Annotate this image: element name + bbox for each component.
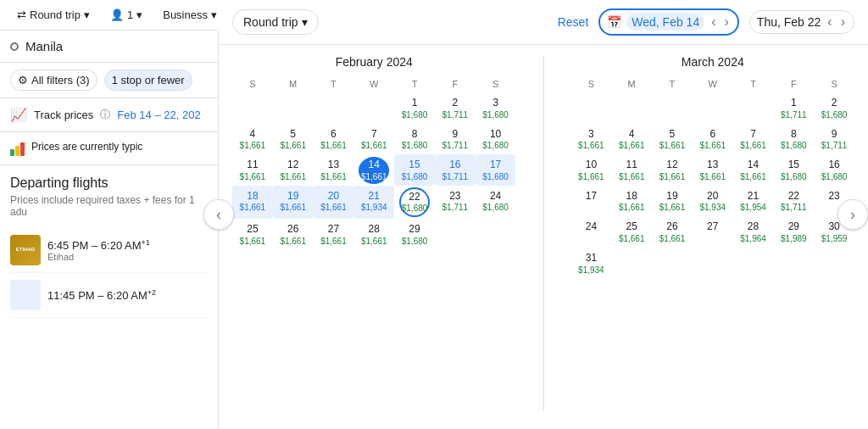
day-cell[interactable]: 17$1,680 bbox=[476, 154, 516, 186]
day-cell[interactable]: 14$1,661 bbox=[353, 154, 394, 186]
flight-time-1: 11:45 PM – 6:20 AM+2 bbox=[47, 288, 208, 302]
day-cell[interactable]: 3$1,661 bbox=[571, 124, 612, 155]
day-cell[interactable]: 23$1,711 bbox=[435, 186, 476, 220]
day-cell[interactable]: 12$1,661 bbox=[273, 154, 314, 186]
day-cell[interactable]: 2$1,680 bbox=[814, 92, 854, 124]
day-header: M bbox=[273, 75, 314, 92]
day-cell[interactable]: 31$1,934 bbox=[571, 248, 612, 279]
day-cell[interactable]: 5$1,661 bbox=[273, 124, 314, 155]
day-cell[interactable]: 16$1,711 bbox=[435, 154, 476, 186]
flight-info-1: 11:45 PM – 6:20 AM+2 bbox=[47, 288, 208, 302]
day-cell[interactable]: 29$1,680 bbox=[394, 219, 435, 250]
day-cell[interactable]: 9$1,711 bbox=[435, 124, 476, 155]
day-cell bbox=[652, 92, 693, 124]
end-date-next[interactable]: › bbox=[839, 14, 847, 30]
reset-button[interactable]: Reset bbox=[558, 15, 589, 29]
day-cell[interactable]: 1$1,711 bbox=[773, 92, 814, 124]
origin-icon bbox=[10, 42, 19, 51]
day-cell[interactable]: 18$1,661 bbox=[611, 186, 652, 217]
march-calendar: March 2024 SMTWTFS1$1,7112$1,6803$1,6614… bbox=[571, 45, 855, 422]
day-cell[interactable]: 27$1,661 bbox=[314, 219, 354, 250]
start-date-prev[interactable]: ‹ bbox=[709, 14, 717, 30]
day-cell bbox=[353, 92, 394, 124]
day-cell[interactable]: 5$1,661 bbox=[652, 124, 693, 155]
day-cell bbox=[693, 248, 733, 279]
day-cell[interactable]: 8$1,680 bbox=[773, 124, 814, 155]
calendar-header: Round trip ▾ Reset 📅 Wed, Feb 14 ‹ › Thu… bbox=[219, 0, 868, 45]
day-cell[interactable]: 8$1,680 bbox=[394, 124, 435, 155]
day-cell[interactable]: 24$1,680 bbox=[476, 186, 516, 220]
day-cell[interactable]: 11$1,661 bbox=[611, 154, 652, 186]
calendar-roundtrip-dropdown[interactable]: Round trip ▾ bbox=[232, 9, 319, 35]
day-cell[interactable]: 27 bbox=[693, 216, 733, 248]
day-cell[interactable]: 14$1,661 bbox=[733, 154, 774, 186]
passengers-label: 1 bbox=[127, 8, 133, 21]
day-cell[interactable]: 17 bbox=[571, 186, 612, 217]
day-cell[interactable]: 18$1,661 bbox=[232, 186, 273, 220]
start-date-next[interactable]: › bbox=[723, 14, 731, 30]
start-date-nav: 📅 Wed, Feb 14 ‹ › bbox=[598, 8, 739, 36]
passengers-dropdown[interactable]: 👤 1 ▾ bbox=[103, 5, 149, 25]
day-cell[interactable]: 11$1,661 bbox=[232, 154, 273, 186]
day-cell[interactable]: 10$1,661 bbox=[571, 154, 612, 186]
day-header: T bbox=[394, 75, 435, 92]
day-cell bbox=[571, 92, 612, 124]
day-cell[interactable]: 19$1,661 bbox=[273, 186, 314, 220]
day-header: M bbox=[611, 75, 652, 92]
day-cell[interactable]: 20$1,661 bbox=[314, 186, 354, 220]
day-cell[interactable]: 10$1,680 bbox=[476, 124, 516, 155]
class-dropdown[interactable]: Business ▾ bbox=[156, 5, 224, 25]
day-cell[interactable]: 15$1,680 bbox=[394, 154, 435, 186]
day-cell[interactable]: 9$1,711 bbox=[814, 124, 854, 155]
calendar-next-button[interactable]: › bbox=[837, 199, 868, 230]
day-cell[interactable]: 16$1,680 bbox=[814, 154, 854, 186]
day-cell bbox=[273, 92, 314, 124]
end-date-prev[interactable]: ‹ bbox=[826, 14, 833, 30]
day-cell[interactable]: 26$1,661 bbox=[652, 216, 693, 248]
day-cell[interactable]: 19$1,661 bbox=[652, 186, 693, 217]
day-cell[interactable]: 4$1,661 bbox=[611, 124, 652, 155]
day-cell[interactable]: 12$1,661 bbox=[652, 154, 693, 186]
roundtrip-dropdown[interactable]: ⇄ Round trip ▾ bbox=[10, 5, 97, 25]
class-label: Business bbox=[163, 8, 208, 21]
day-cell[interactable]: 4$1,661 bbox=[232, 124, 273, 155]
day-cell[interactable]: 21$1,934 bbox=[353, 186, 394, 220]
day-cell[interactable]: 29$1,989 bbox=[773, 216, 814, 248]
day-cell[interactable]: 21$1,954 bbox=[733, 186, 774, 217]
track-prices-row: 📈 Track prices ⓘ Feb 14 – 22, 202 bbox=[0, 98, 218, 132]
february-grid: SMTWTFS1$1,6802$1,7113$1,6804$1,6615$1,6… bbox=[232, 75, 516, 250]
day-cell[interactable]: 28$1,964 bbox=[733, 216, 774, 248]
day-cell[interactable]: 13$1,661 bbox=[693, 154, 733, 186]
calendar-prev-button[interactable]: ‹ bbox=[203, 199, 234, 230]
info-icon: ⓘ bbox=[100, 108, 110, 122]
flight-item-0[interactable]: ETIHAD 6:45 PM – 6:20 AM+1 Etihad bbox=[10, 228, 208, 273]
day-cell bbox=[611, 92, 652, 124]
day-cell[interactable]: 24 bbox=[571, 216, 612, 248]
day-cell[interactable]: 20$1,934 bbox=[693, 186, 733, 217]
day-cell[interactable]: 15$1,680 bbox=[773, 154, 814, 186]
day-cell[interactable]: 26$1,661 bbox=[273, 219, 314, 250]
day-header: S bbox=[232, 75, 273, 92]
day-cell[interactable]: 13$1,661 bbox=[314, 154, 354, 186]
day-cell[interactable]: 7$1,661 bbox=[353, 124, 394, 155]
airline-logo-1 bbox=[10, 280, 41, 310]
flight-item-1[interactable]: 11:45 PM – 6:20 AM+2 bbox=[10, 273, 208, 318]
day-cell[interactable]: 25$1,661 bbox=[232, 219, 273, 250]
day-header: T bbox=[314, 75, 354, 92]
day-cell[interactable]: 6$1,661 bbox=[314, 124, 354, 155]
roundtrip-label: Round trip bbox=[30, 8, 81, 21]
day-cell[interactable]: 28$1,661 bbox=[353, 219, 394, 250]
day-cell[interactable]: 3$1,680 bbox=[476, 92, 516, 124]
day-cell[interactable]: 2$1,711 bbox=[435, 92, 476, 124]
day-cell[interactable]: 22$1,680 bbox=[394, 186, 435, 220]
day-cell[interactable]: 1$1,680 bbox=[394, 92, 435, 124]
march-title: March 2024 bbox=[571, 45, 855, 75]
filter-label: All filters (3) bbox=[31, 74, 90, 86]
departing-title: Departing flights bbox=[10, 176, 208, 191]
day-cell[interactable]: 22$1,711 bbox=[773, 186, 814, 217]
all-filters-button[interactable]: ⚙ All filters (3) bbox=[10, 70, 97, 91]
day-cell[interactable]: 6$1,661 bbox=[693, 124, 733, 155]
day-cell[interactable]: 25$1,661 bbox=[611, 216, 652, 248]
stop-filter-chip[interactable]: 1 stop or fewer bbox=[104, 70, 192, 91]
day-cell[interactable]: 7$1,661 bbox=[733, 124, 774, 155]
